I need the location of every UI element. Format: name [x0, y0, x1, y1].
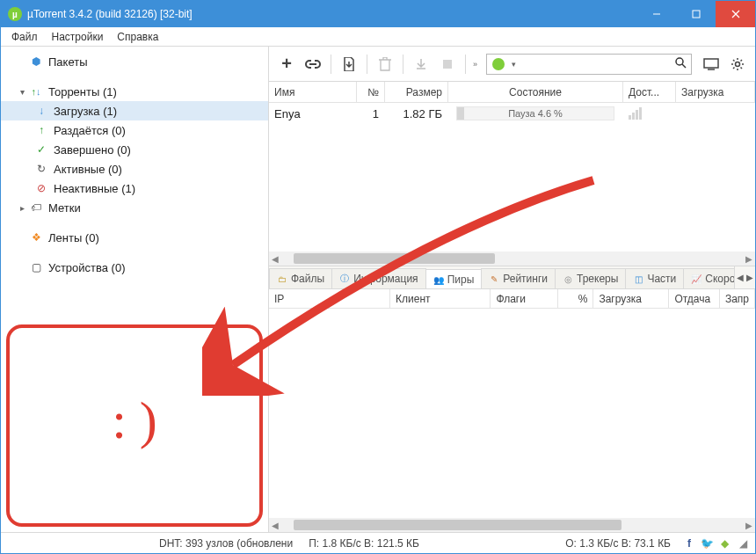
- peers-header: IP Клиент Флаги % Загрузка Отдача Запр: [269, 289, 755, 309]
- peers-col-pct[interactable]: %: [558, 289, 593, 308]
- start-button[interactable]: [409, 52, 433, 77]
- peers-hscrollbar[interactable]: ◀ ▶: [269, 518, 755, 532]
- app-logo-icon: µ: [8, 7, 22, 21]
- torrent-row[interactable]: Enya 1 1.82 ГБ Пауза 4.6 %: [269, 103, 755, 124]
- status-dht: DHT: 393 узлов (обновлени: [156, 537, 296, 550]
- peers-col-req[interactable]: Запр: [720, 289, 755, 308]
- rss-icon: ❖: [29, 230, 43, 244]
- sidebar-item-downloading[interactable]: ↓ Загрузка (1): [1, 101, 268, 120]
- app-window: µ µTorrent 3.4.2 (build 32126) [32-bit] …: [0, 0, 756, 554]
- upload-arrow-icon: ↑: [34, 123, 48, 137]
- android-icon[interactable]: ◆: [718, 537, 731, 550]
- sidebar-item-packets[interactable]: ⬢ Пакеты: [1, 52, 268, 71]
- peers-col-ip[interactable]: IP: [269, 289, 390, 308]
- remove-button[interactable]: [373, 52, 397, 77]
- stop-icon: ⊘: [34, 181, 48, 195]
- ratings-icon: ✎: [489, 273, 499, 284]
- info-icon: ⓘ: [339, 273, 350, 284]
- column-avail[interactable]: Дост...: [623, 82, 676, 102]
- cell-name: Enya: [269, 107, 357, 120]
- sidebar-item-seeding[interactable]: ↑ Раздаётся (0): [1, 120, 268, 140]
- scroll-left-icon[interactable]: ◀: [269, 254, 281, 264]
- maximize-button[interactable]: [676, 1, 716, 27]
- sidebar-label: Неактивные (1): [54, 182, 135, 195]
- tab-ratings[interactable]: ✎Рейтинги: [481, 268, 556, 288]
- scroll-thumb[interactable]: [294, 253, 495, 264]
- sidebar-label: Завершено (0): [54, 143, 131, 157]
- sidebar-label: Загрузка (1): [54, 105, 117, 118]
- sidebar-item-active[interactable]: ↻ Активные (0): [1, 159, 268, 179]
- search-bar: ▾: [486, 54, 692, 75]
- progress-bar: Пауза 4.6 %: [456, 106, 614, 120]
- peers-col-client[interactable]: Клиент: [390, 289, 491, 308]
- stop-button[interactable]: [435, 52, 460, 77]
- column-name[interactable]: Имя: [269, 82, 357, 102]
- scroll-left-icon[interactable]: ◀: [269, 521, 281, 530]
- cell-state: Пауза 4.6 %: [448, 106, 623, 120]
- sidebar-label: Раздаётся (0): [54, 124, 126, 137]
- updown-arrows-icon: ↑↓: [29, 84, 43, 98]
- facebook-icon[interactable]: f: [683, 537, 695, 550]
- cell-size: 1.82 ГБ: [385, 107, 448, 120]
- tab-files[interactable]: 🗀Файлы: [269, 268, 332, 288]
- download-arrow-icon: ↓: [34, 104, 48, 118]
- content-panel: + »: [269, 47, 755, 532]
- status-incoming: П: 1.8 КБ/с В: 121.5 КБ: [305, 537, 423, 550]
- peers-col-down[interactable]: Загрузка: [593, 289, 669, 308]
- scroll-right-icon[interactable]: ▶: [743, 254, 755, 264]
- tag-icon: 🏷: [29, 200, 43, 215]
- peers-icon: 👥: [433, 274, 444, 285]
- availability-bars-icon: [629, 107, 670, 120]
- add-torrent-button[interactable]: +: [274, 52, 299, 77]
- toolbar-overflow-icon[interactable]: »: [471, 60, 479, 69]
- new-torrent-button[interactable]: [337, 52, 361, 77]
- sidebar-label: Активные (0): [54, 163, 122, 176]
- column-state[interactable]: Состояние: [448, 82, 623, 102]
- column-num[interactable]: №: [357, 82, 385, 102]
- tab-peers[interactable]: 👥Пиры: [425, 269, 483, 289]
- tab-pieces[interactable]: ◫Части: [625, 268, 684, 288]
- twitter-icon[interactable]: 🐦: [701, 537, 713, 550]
- column-download[interactable]: Загрузка: [676, 82, 755, 102]
- menu-file[interactable]: Файл: [4, 31, 45, 43]
- sidebar-item-labels[interactable]: ▸ 🏷 Метки: [1, 198, 268, 217]
- tab-trackers[interactable]: ◎Трекеры: [555, 268, 626, 288]
- scroll-thumb[interactable]: [294, 520, 622, 530]
- search-provider-chevron-icon[interactable]: ▾: [510, 60, 518, 69]
- refresh-icon: ↻: [34, 162, 48, 176]
- check-icon: ✓: [34, 142, 48, 157]
- torrent-hscrollbar[interactable]: ◀ ▶: [269, 251, 755, 266]
- sidebar-label: Торренты (1): [48, 85, 117, 98]
- search-provider-icon[interactable]: [492, 58, 505, 70]
- sidebar-item-torrents[interactable]: ▾ ↑↓ Торренты (1): [1, 82, 268, 101]
- package-icon: ⬢: [29, 55, 43, 69]
- resize-grip-icon[interactable]: ◢: [739, 537, 750, 550]
- settings-button[interactable]: [725, 52, 750, 77]
- peers-col-up[interactable]: Отдача: [669, 289, 720, 308]
- sidebar-item-devices[interactable]: ▢ Устройства (0): [1, 258, 268, 277]
- svg-point-5: [676, 58, 683, 65]
- remote-button[interactable]: [699, 52, 723, 77]
- add-url-button[interactable]: [301, 52, 325, 77]
- tab-nav-arrows[interactable]: ◀ ▶: [734, 266, 755, 288]
- tab-info[interactable]: ⓘИнформация: [331, 268, 425, 288]
- files-icon: 🗀: [277, 273, 287, 284]
- cell-num: 1: [357, 107, 385, 120]
- status-outgoing: О: 1.3 КБ/с В: 73.1 КБ: [562, 537, 674, 550]
- sidebar-item-completed[interactable]: ✓ Завершено (0): [1, 140, 268, 159]
- sidebar-item-feeds[interactable]: ❖ Ленты (0): [1, 228, 268, 247]
- close-button[interactable]: [716, 1, 755, 27]
- svg-rect-4: [443, 60, 452, 69]
- scroll-right-icon[interactable]: ▶: [743, 521, 755, 530]
- menu-help[interactable]: Справка: [110, 31, 165, 43]
- titlebar: µ µTorrent 3.4.2 (build 32126) [32-bit]: [1, 1, 755, 27]
- menu-settings[interactable]: Настройки: [45, 31, 111, 43]
- speed-icon: 📈: [691, 273, 701, 284]
- search-button[interactable]: [670, 56, 691, 71]
- search-input[interactable]: [518, 55, 670, 74]
- minimize-button[interactable]: [636, 1, 676, 27]
- peers-col-flags[interactable]: Флаги: [491, 289, 557, 308]
- sidebar-item-inactive[interactable]: ⊘ Неактивные (1): [1, 179, 268, 198]
- chevron-right-icon: ▸: [17, 203, 27, 213]
- column-size[interactable]: Размер: [385, 82, 448, 102]
